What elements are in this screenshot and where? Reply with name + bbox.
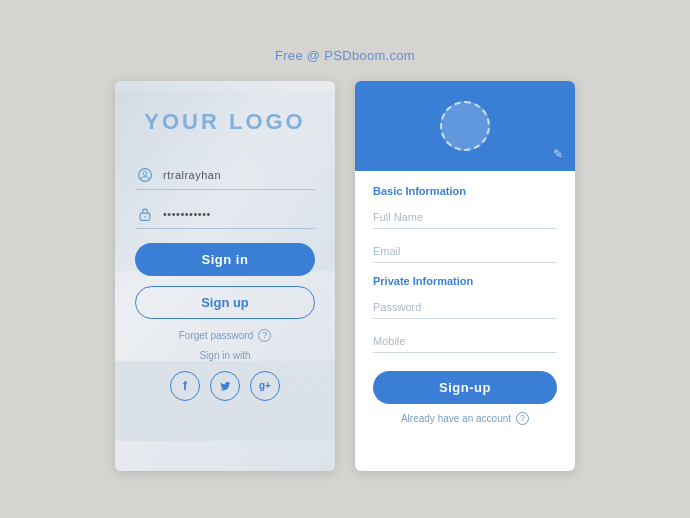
googleplus-button[interactable]: g+: [250, 371, 280, 401]
mobile-input-row: [373, 331, 557, 353]
signin-with-label: Sign in with: [199, 350, 250, 361]
forgot-row: Forget password ?: [179, 329, 271, 342]
signup-password-input[interactable]: [373, 301, 557, 313]
fullname-input-row: [373, 207, 557, 229]
login-card: YOUR LOGO: [115, 81, 335, 471]
login-content: YOUR LOGO: [115, 81, 335, 417]
fullname-input[interactable]: [373, 211, 557, 223]
password-input[interactable]: [163, 208, 315, 220]
logo-text: YOUR LOGO: [144, 109, 305, 135]
facebook-button[interactable]: f: [170, 371, 200, 401]
forgot-help-icon[interactable]: ?: [258, 329, 271, 342]
username-input[interactable]: [163, 169, 315, 181]
username-input-row: [135, 165, 315, 190]
password-input-row: [135, 204, 315, 229]
already-row: Already have an account ?: [373, 412, 557, 425]
mobile-input[interactable]: [373, 335, 557, 347]
signup-header: ✎: [355, 81, 575, 171]
user-icon: [135, 165, 155, 185]
already-help-icon[interactable]: ?: [516, 412, 529, 425]
social-buttons-row: f g+: [170, 371, 280, 401]
svg-point-3: [144, 216, 146, 218]
lock-icon: [135, 204, 155, 224]
signup-outline-button[interactable]: Sign up: [135, 286, 315, 319]
email-input-row: [373, 241, 557, 263]
basic-info-label: Basic Information: [373, 185, 557, 197]
page-tagline: Free @ PSDboom.com: [275, 48, 415, 63]
twitter-button[interactable]: [210, 371, 240, 401]
cards-container: YOUR LOGO: [115, 81, 575, 471]
private-info-label: Private Information: [373, 275, 557, 287]
avatar[interactable]: [440, 101, 490, 151]
signup-body: Basic Information Private Information Si…: [355, 171, 575, 441]
already-text[interactable]: Already have an account: [401, 413, 511, 424]
signup-card: ✎ Basic Information Private Information …: [355, 81, 575, 471]
svg-point-1: [143, 171, 147, 175]
email-input[interactable]: [373, 245, 557, 257]
signup-password-input-row: [373, 297, 557, 319]
signupmain-button[interactable]: Sign-up: [373, 371, 557, 404]
signin-button[interactable]: Sign in: [135, 243, 315, 276]
edit-icon[interactable]: ✎: [553, 147, 563, 161]
forgot-label[interactable]: Forget password: [179, 330, 253, 341]
